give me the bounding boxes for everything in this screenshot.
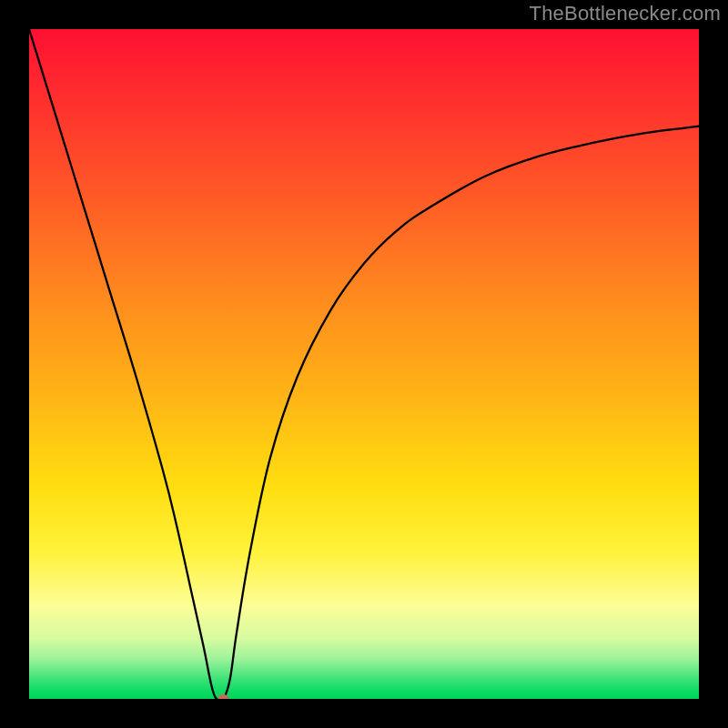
bottleneck-curve <box>29 29 699 699</box>
chart-frame: TheBottlenecker.com <box>0 0 728 728</box>
min-marker-dot <box>217 694 228 699</box>
plot-area <box>29 29 699 699</box>
watermark-text: TheBottlenecker.com <box>530 2 721 25</box>
chart-svg <box>29 29 699 699</box>
